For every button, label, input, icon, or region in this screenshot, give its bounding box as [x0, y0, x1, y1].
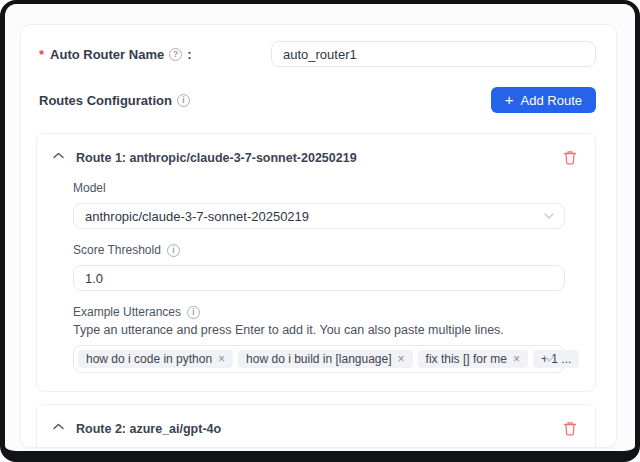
route-1-title: Route 1: anthropic/claude-3-7-sonnet-202… — [76, 151, 357, 165]
remove-tag-icon[interactable]: × — [513, 353, 520, 365]
info-circle-icon[interactable]: i — [187, 306, 200, 319]
utterance-tag: how do i build in [language] × — [238, 350, 412, 368]
routes-configuration-label: Routes Configuration i — [39, 93, 190, 108]
auto-router-name-input[interactable] — [271, 41, 596, 67]
label-colon: : — [187, 47, 191, 62]
utterance-tag-text: how do i build in [language] — [246, 352, 391, 366]
example-utterances-field-group: Example Utterances i Type an utterance a… — [73, 305, 565, 373]
info-circle-icon[interactable]: i — [167, 244, 180, 257]
routes-configuration-row: Routes Configuration i + Add Route — [36, 87, 596, 113]
chevron-down-icon — [544, 213, 554, 219]
example-utterances-label-text: Example Utterances — [73, 305, 181, 319]
collapse-chevron-up-icon[interactable] — [53, 423, 64, 430]
route-1-panel: Route 1: anthropic/claude-3-7-sonnet-202… — [36, 133, 596, 392]
question-circle-icon[interactable]: ? — [169, 48, 182, 61]
remove-tag-icon[interactable]: × — [398, 353, 405, 365]
score-threshold-label: Score Threshold i — [73, 243, 565, 257]
delete-route-2-button[interactable] — [561, 419, 579, 438]
utterance-tag: how do i code in python × — [78, 350, 233, 368]
chevron-down-icon — [544, 356, 554, 362]
plus-icon: + — [505, 92, 514, 107]
trash-icon — [563, 421, 577, 436]
window-frame: * Auto Router Name ? : Routes Configurat… — [0, 0, 640, 462]
model-select[interactable]: anthropic/claude-3-7-sonnet-20250219 — [73, 203, 565, 229]
delete-route-1-button[interactable] — [561, 148, 579, 167]
remove-tag-icon[interactable]: × — [218, 353, 225, 365]
add-route-button[interactable]: + Add Route — [491, 87, 596, 113]
collapse-chevron-up-icon[interactable] — [53, 152, 64, 159]
model-field-group: Model anthropic/claude-3-7-sonnet-202502… — [73, 181, 565, 229]
score-threshold-field-group: Score Threshold i — [73, 243, 565, 291]
routes-configuration-label-text: Routes Configuration — [39, 93, 172, 108]
trash-icon — [563, 150, 577, 165]
auto-router-form-card: * Auto Router Name ? : Routes Configurat… — [20, 24, 617, 448]
required-asterisk: * — [39, 47, 44, 62]
auto-router-name-label-text: Auto Router Name — [50, 47, 164, 62]
utterances-help-text: Type an utterance and press Enter to add… — [73, 323, 565, 337]
route-1-panel-header[interactable]: Route 1: anthropic/claude-3-7-sonnet-202… — [37, 134, 595, 173]
info-circle-icon[interactable]: i — [177, 94, 190, 107]
route-2-title: Route 2: azure_ai/gpt-4o — [76, 422, 221, 436]
auto-router-name-row: * Auto Router Name ? : — [36, 41, 596, 67]
add-route-button-label: Add Route — [521, 93, 582, 108]
example-utterances-label: Example Utterances i — [73, 305, 565, 319]
score-threshold-input[interactable] — [73, 265, 565, 291]
auto-router-name-label: * Auto Router Name ? : — [39, 47, 192, 62]
route-1-panel-body: Model anthropic/claude-3-7-sonnet-202502… — [37, 173, 595, 391]
model-label: Model — [73, 181, 565, 195]
utterance-tag-text: how do i code in python — [86, 352, 212, 366]
overflow-tag[interactable]: + 1 ... — [533, 350, 579, 368]
utterances-tags-input[interactable]: how do i code in python × how do i build… — [73, 345, 565, 373]
utterance-tag-text: fix this [] for me — [426, 352, 507, 366]
utterance-tag: fix this [] for me × — [418, 350, 528, 368]
score-threshold-label-text: Score Threshold — [73, 243, 161, 257]
model-select-value: anthropic/claude-3-7-sonnet-20250219 — [85, 209, 309, 224]
route-2-panel: Route 2: azure_ai/gpt-4o — [36, 404, 596, 448]
route-2-panel-header[interactable]: Route 2: azure_ai/gpt-4o — [37, 405, 595, 444]
model-label-text: Model — [73, 181, 106, 195]
